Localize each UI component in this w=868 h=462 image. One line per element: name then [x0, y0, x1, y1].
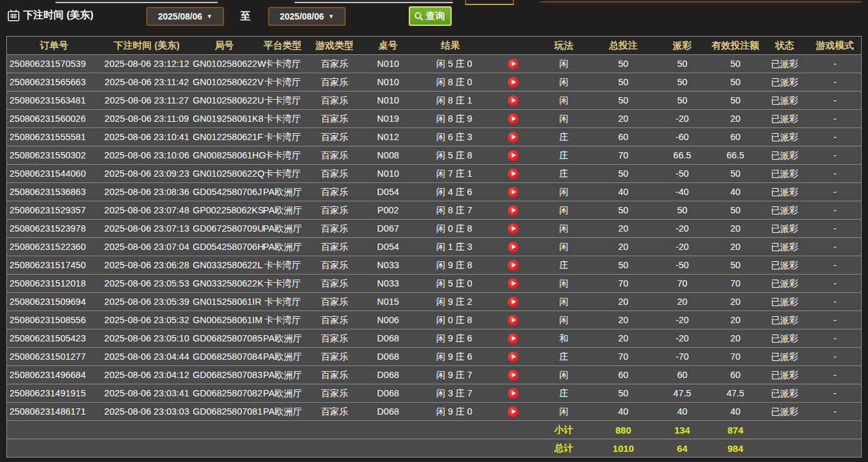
- valid-bet-amount: 40: [710, 406, 760, 417]
- platform-type: PA欧洲厅: [256, 241, 310, 253]
- date-to-select[interactable]: 2025/08/06 ▼: [268, 7, 346, 26]
- replay-play-icon[interactable]: [508, 223, 519, 234]
- bet-time: 2025-08-06 23:03:41: [101, 388, 193, 398]
- bet-type: 闲: [535, 95, 593, 107]
- game-type: 百家乐: [309, 406, 360, 418]
- date-from-select[interactable]: 2025/08/06 ▼: [146, 7, 224, 26]
- payout: 50: [654, 59, 711, 69]
- replay-cell: [492, 259, 535, 271]
- replay-play-icon[interactable]: [508, 150, 519, 161]
- bet-type: 闲: [535, 223, 593, 235]
- bet-type: 闲: [535, 186, 593, 198]
- valid-bet-amount: 50: [710, 169, 760, 179]
- valid-bet-amount: 60: [710, 370, 760, 380]
- table-row: 2508062315555812025-08-06 23:10:41GN0122…: [7, 127, 861, 146]
- platform-type: PA欧洲厅: [256, 223, 310, 235]
- total-bet: 70: [593, 150, 654, 160]
- game-result: 闲 1 庄 3: [416, 241, 492, 253]
- bet-type: 庄: [535, 131, 593, 143]
- replay-play-icon[interactable]: [508, 260, 519, 271]
- platform-type: 卡卡湾厅: [256, 259, 310, 271]
- game-type: 百家乐: [309, 223, 360, 235]
- game-type: 百家乐: [309, 259, 360, 271]
- search-button[interactable]: 查询: [409, 6, 452, 26]
- table-number: D054: [360, 242, 416, 252]
- game-type: 百家乐: [309, 333, 360, 345]
- replay-play-icon[interactable]: [508, 297, 519, 307]
- replay-play-icon[interactable]: [508, 315, 519, 326]
- game-mode: -: [809, 297, 861, 307]
- bet-time: 2025-08-06 23:04:44: [101, 352, 193, 362]
- replay-play-icon[interactable]: [508, 205, 519, 216]
- game-result: 闲 5 庄 8: [416, 150, 492, 162]
- game-type: 百家乐: [309, 351, 360, 363]
- replay-cell: [492, 113, 535, 124]
- platform-type: PA欧洲厅: [256, 388, 310, 400]
- game-type: 百家乐: [309, 369, 360, 381]
- replay-play-icon[interactable]: [508, 278, 519, 289]
- bet-type: 闲: [535, 58, 593, 70]
- bet-type: 闲: [535, 278, 593, 290]
- replay-play-icon[interactable]: [508, 388, 519, 399]
- replay-play-icon[interactable]: [508, 132, 519, 143]
- subtotal-valid-bet: 874: [710, 425, 760, 435]
- bet-time: 2025-08-06 23:10:06: [101, 150, 193, 160]
- replay-play-icon[interactable]: [508, 169, 519, 179]
- payout: 50: [654, 95, 711, 105]
- game-result: 闲 5 庄 0: [416, 278, 492, 290]
- chevron-down-icon: ▼: [207, 13, 213, 20]
- replay-cell: [492, 204, 535, 216]
- replay-play-icon[interactable]: [508, 77, 519, 88]
- bet-time: 2025-08-06 23:11:27: [101, 95, 193, 105]
- table-row: 2508062315054232025-08-06 23:05:10GD0682…: [7, 329, 861, 347]
- game-mode: -: [809, 333, 861, 343]
- game-mode: -: [809, 114, 861, 124]
- total-bet: 20: [593, 333, 654, 343]
- replay-play-icon[interactable]: [508, 59, 519, 69]
- platform-type: 卡卡湾厅: [256, 76, 310, 88]
- table-row: 2508062315223602025-08-06 23:07:04GD0542…: [7, 237, 861, 256]
- replay-play-icon[interactable]: [508, 95, 519, 106]
- replay-play-icon[interactable]: [508, 406, 519, 417]
- bet-time: 2025-08-06 23:05:10: [101, 333, 193, 343]
- platform-type: 卡卡湾厅: [256, 95, 310, 107]
- replay-cell: [492, 388, 535, 399]
- replay-play-icon[interactable]: [508, 352, 519, 362]
- bet-time: 2025-08-06 23:12:12: [101, 59, 193, 69]
- grand-total-payout: 64: [654, 443, 710, 454]
- total-bet: 50: [593, 169, 654, 179]
- game-result: 闲 9 庄 6: [416, 351, 492, 363]
- table-row: 2508062315600262025-08-06 23:11:09GN0192…: [7, 109, 861, 127]
- status-badge: 已派彩: [760, 296, 809, 308]
- table-row: 2508062315634812025-08-06 23:11:27GN0102…: [7, 91, 861, 109]
- round-number: GN008258061HG: [193, 150, 256, 160]
- game-mode: -: [809, 388, 861, 398]
- total-bet: 20: [593, 223, 654, 234]
- game-type: 百家乐: [309, 95, 360, 107]
- platform-type: 卡卡湾厅: [256, 150, 310, 162]
- game-result: 闲 7 庄 1: [416, 168, 492, 180]
- replay-play-icon[interactable]: [508, 370, 519, 381]
- payout: -20: [654, 315, 711, 325]
- table-number: D068: [360, 370, 416, 380]
- valid-bet-amount: 50: [710, 59, 760, 69]
- table-row: 2508062315174502025-08-06 23:06:28GN0332…: [7, 256, 861, 274]
- replay-play-icon[interactable]: [508, 187, 519, 198]
- game-mode: -: [809, 406, 861, 417]
- replay-cell: [492, 278, 535, 289]
- order-number: 250806231523978: [7, 223, 101, 234]
- replay-play-icon[interactable]: [508, 333, 519, 344]
- table-number: P002: [360, 205, 416, 215]
- replay-play-icon[interactable]: [508, 242, 519, 252]
- total-bet: 60: [593, 132, 654, 142]
- grand-total-valid-bet: 984: [710, 443, 760, 454]
- replay-cell: [492, 223, 535, 234]
- table-number: N019: [360, 114, 416, 124]
- round-number: GN006258061IM: [193, 315, 256, 325]
- game-result: 闲 4 庄 6: [416, 186, 492, 198]
- grand-total-label: 总计: [535, 442, 593, 454]
- replay-play-icon[interactable]: [508, 114, 519, 124]
- replay-cell: [492, 150, 535, 161]
- game-mode: -: [809, 278, 861, 288]
- bet-type: 闲: [535, 314, 593, 326]
